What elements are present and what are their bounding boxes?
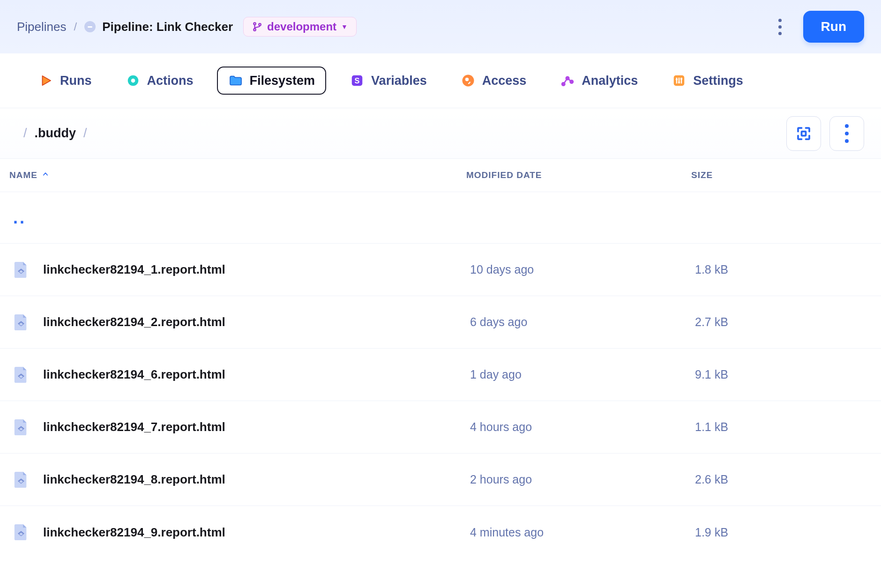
- file-size: 9.1 kB: [695, 368, 872, 381]
- file-name: linkchecker82194_9.report.html: [43, 525, 225, 540]
- parent-directory-marker: ..: [13, 208, 26, 228]
- html-file-icon: [13, 418, 29, 437]
- file-modified: 4 minutes ago: [470, 526, 695, 539]
- branch-selector[interactable]: development ▼: [243, 17, 357, 37]
- tab-runs[interactable]: Runs: [28, 67, 102, 94]
- column-label: NAME: [9, 170, 37, 180]
- html-file-icon: [13, 261, 29, 279]
- tab-label: Runs: [60, 74, 92, 88]
- file-row[interactable]: linkchecker82194_8.report.html 2 hours a…: [0, 454, 881, 506]
- tab-label: Settings: [693, 74, 743, 88]
- file-name: linkchecker82194_8.report.html: [43, 472, 225, 487]
- svg-point-8: [465, 78, 469, 82]
- variables-icon: S: [350, 73, 365, 88]
- tab-variables[interactable]: S Variables: [339, 67, 437, 94]
- column-header-modified[interactable]: MODIFIED DATE: [466, 170, 691, 180]
- svg-point-15: [680, 78, 682, 80]
- folder-icon: [228, 73, 243, 88]
- toolbar-more-menu[interactable]: [829, 116, 864, 151]
- svg-point-13: [676, 78, 678, 80]
- file-row[interactable]: linkchecker82194_6.report.html 1 day ago…: [0, 349, 881, 401]
- file-row[interactable]: linkchecker82194_1.report.html 10 days a…: [0, 244, 881, 296]
- header-more-menu[interactable]: [768, 13, 793, 41]
- file-name: linkchecker82194_1.report.html: [43, 262, 225, 277]
- branch-icon: [252, 22, 262, 32]
- run-button[interactable]: Run: [803, 11, 864, 43]
- tab-label: Filesystem: [250, 74, 315, 88]
- file-size: 1.9 kB: [695, 526, 872, 539]
- tab-label: Analytics: [582, 74, 638, 88]
- tab-label: Variables: [371, 74, 427, 88]
- tab-analytics[interactable]: Analytics: [550, 67, 648, 94]
- fullscreen-button[interactable]: [786, 116, 821, 151]
- analytics-icon: [560, 73, 575, 88]
- file-modified: 4 hours ago: [470, 420, 695, 434]
- breadcrumb: Pipelines / Pipeline: Link Checker devel…: [17, 17, 357, 37]
- file-modified: 1 day ago: [470, 368, 695, 381]
- access-icon: [461, 73, 476, 88]
- pipeline-status-icon: [84, 21, 96, 32]
- file-size: 1.8 kB: [695, 263, 872, 276]
- path-segment[interactable]: .buddy: [35, 126, 76, 141]
- column-header-size[interactable]: SIZE: [691, 170, 872, 180]
- svg-rect-16: [802, 131, 806, 135]
- tab-label: Access: [482, 74, 527, 88]
- html-file-icon: [13, 313, 29, 332]
- tab-filesystem[interactable]: Filesystem: [217, 67, 327, 95]
- path-breadcrumb: / .buddy /: [23, 126, 87, 141]
- file-size: 1.1 kB: [695, 420, 872, 434]
- svg-text:S: S: [355, 76, 360, 85]
- tab-label: Actions: [147, 74, 194, 88]
- path-separator: /: [23, 126, 27, 141]
- file-size: 2.7 kB: [695, 315, 872, 329]
- html-file-icon: [13, 365, 29, 384]
- branch-label: development: [267, 20, 336, 33]
- fullscreen-icon: [795, 125, 812, 142]
- file-name: linkchecker82194_7.report.html: [43, 420, 225, 434]
- sort-asc-icon: [42, 171, 49, 179]
- file-toolbar: / .buddy /: [0, 108, 881, 159]
- file-modified: 10 days ago: [470, 263, 695, 276]
- html-file-icon: [13, 523, 29, 542]
- breadcrumb-root[interactable]: Pipelines: [17, 20, 67, 34]
- tab-actions[interactable]: Actions: [115, 67, 204, 94]
- toolbar-actions: [786, 116, 864, 151]
- tab-settings[interactable]: Settings: [661, 67, 754, 94]
- chevron-down-icon: ▼: [341, 23, 348, 30]
- file-modified: 6 days ago: [470, 315, 695, 329]
- settings-icon: [672, 73, 687, 88]
- gear-icon: [126, 73, 141, 88]
- file-list: linkchecker82194_1.report.html 10 days a…: [0, 244, 881, 558]
- file-size: 2.6 kB: [695, 473, 872, 486]
- html-file-icon: [13, 470, 29, 489]
- play-icon: [38, 73, 53, 88]
- parent-directory-row[interactable]: ..: [0, 192, 881, 244]
- header-actions: Run: [768, 11, 864, 43]
- svg-point-4: [131, 79, 135, 83]
- tab-bar: Runs Actions Filesystem S Variables Acce…: [0, 53, 881, 108]
- column-header-name[interactable]: NAME: [9, 170, 466, 180]
- pipeline-name[interactable]: Pipeline: Link Checker: [102, 20, 233, 34]
- table-header: NAME MODIFIED DATE SIZE: [0, 159, 881, 192]
- path-separator: /: [83, 126, 87, 141]
- file-modified: 2 hours ago: [470, 473, 695, 486]
- breadcrumb-separator: /: [74, 20, 77, 33]
- header-bar: Pipelines / Pipeline: Link Checker devel…: [0, 0, 881, 53]
- tab-access[interactable]: Access: [450, 67, 537, 94]
- file-name: linkchecker82194_6.report.html: [43, 367, 225, 382]
- file-row[interactable]: linkchecker82194_2.report.html 6 days ag…: [0, 296, 881, 349]
- svg-point-14: [678, 82, 680, 83]
- file-row[interactable]: linkchecker82194_7.report.html 4 hours a…: [0, 401, 881, 454]
- file-row[interactable]: linkchecker82194_9.report.html 4 minutes…: [0, 506, 881, 558]
- file-name: linkchecker82194_2.report.html: [43, 315, 225, 329]
